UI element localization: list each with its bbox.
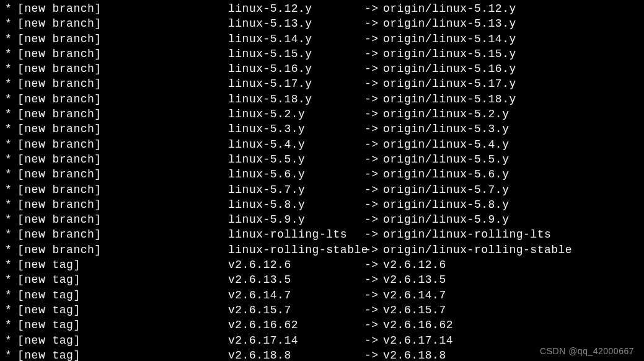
line-source: linux-5.18.y (228, 92, 364, 107)
line-source: linux-rolling-stable (228, 243, 364, 257)
arrow-icon: -> (364, 288, 383, 303)
line-status: [new tag] (17, 318, 228, 332)
line-source: linux-5.2.y (228, 107, 364, 122)
arrow-icon: -> (364, 318, 383, 332)
line-asterisk: * (5, 16, 17, 31)
line-status: [new tag] (17, 257, 228, 272)
line-source: v2.6.15.7 (228, 303, 364, 318)
line-source: linux-5.4.y (228, 137, 364, 152)
watermark-text: CSDN @qq_42000667 (540, 345, 634, 357)
line-target: origin/linux-5.17.y (383, 76, 516, 91)
line-asterisk: * (5, 32, 17, 47)
line-asterisk: * (5, 197, 17, 212)
arrow-icon: -> (364, 212, 383, 227)
terminal-line: *[new branch]linux-5.4.y->origin/linux-5… (5, 137, 639, 152)
line-status: [new branch] (17, 76, 228, 91)
arrow-icon: -> (364, 167, 383, 182)
line-target: v2.6.15.7 (383, 303, 446, 318)
arrow-icon: -> (364, 348, 383, 361)
line-asterisk: * (5, 182, 17, 197)
line-target: origin/linux-5.2.y (383, 107, 509, 122)
line-target: origin/linux-5.6.y (383, 167, 509, 182)
terminal-line: *[new tag]v2.6.14.7->v2.6.14.7 (5, 288, 639, 303)
arrow-icon: -> (364, 61, 383, 76)
terminal-line: *[new branch]linux-5.6.y->origin/linux-5… (5, 167, 639, 182)
line-target: v2.6.17.14 (383, 333, 453, 348)
line-source: linux-5.17.y (228, 76, 364, 91)
line-target: v2.6.12.6 (383, 257, 446, 272)
terminal-line: *[new branch]linux-5.5.y->origin/linux-5… (5, 152, 639, 167)
arrow-icon: -> (364, 197, 383, 212)
line-asterisk: * (5, 348, 17, 361)
arrow-icon: -> (364, 303, 383, 318)
line-target: origin/linux-5.12.y (383, 1, 516, 16)
line-asterisk: * (5, 333, 17, 348)
terminal-line: *[new tag]v2.6.16.62->v2.6.16.62 (5, 318, 639, 332)
line-source: linux-5.7.y (228, 182, 364, 197)
line-target: origin/linux-5.14.y (383, 32, 516, 47)
arrow-icon: -> (364, 182, 383, 197)
arrow-icon: -> (364, 137, 383, 152)
terminal-line: *[new branch]linux-5.16.y->origin/linux-… (5, 61, 639, 76)
line-source: linux-5.16.y (228, 61, 364, 76)
terminal-line: *[new branch]linux-5.13.y->origin/linux-… (5, 16, 639, 31)
line-source: linux-rolling-lts (228, 227, 364, 242)
line-source: v2.6.18.8 (228, 348, 364, 361)
line-asterisk: * (5, 1, 17, 16)
arrow-icon: -> (364, 107, 383, 122)
line-source: linux-5.13.y (228, 16, 364, 31)
line-target: v2.6.18.8 (383, 348, 446, 361)
line-status: [new tag] (17, 303, 228, 318)
terminal-line: *[new branch]linux-rolling-lts->origin/l… (5, 227, 639, 242)
line-asterisk: * (5, 47, 17, 61)
line-asterisk: * (5, 227, 17, 242)
arrow-icon: -> (364, 257, 383, 272)
line-source: linux-5.5.y (228, 152, 364, 167)
line-target: origin/linux-5.3.y (383, 122, 509, 136)
line-source: linux-5.9.y (228, 212, 364, 227)
line-target: origin/linux-rolling-lts (383, 227, 551, 242)
line-target: v2.6.14.7 (383, 288, 446, 303)
terminal-line: *[new branch]linux-5.14.y->origin/linux-… (5, 32, 639, 47)
line-source: linux-5.14.y (228, 32, 364, 47)
line-status: [new branch] (17, 212, 228, 227)
line-source: v2.6.13.5 (228, 272, 364, 287)
terminal-line: *[new tag]v2.6.12.6->v2.6.12.6 (5, 257, 639, 272)
arrow-icon: -> (364, 122, 383, 136)
line-status: [new tag] (17, 348, 228, 361)
line-target: origin/linux-5.18.y (383, 92, 516, 107)
line-asterisk: * (5, 152, 17, 167)
terminal-line: *[new branch]linux-5.18.y->origin/linux-… (5, 92, 639, 107)
line-target: origin/linux-5.4.y (383, 137, 509, 152)
terminal-line: *[new branch]linux-5.3.y->origin/linux-5… (5, 122, 639, 136)
arrow-icon: -> (364, 243, 383, 257)
line-asterisk: * (5, 288, 17, 303)
arrow-icon: -> (364, 16, 383, 31)
line-status: [new branch] (17, 32, 228, 47)
line-source: v2.6.17.14 (228, 333, 364, 348)
terminal-line: *[new tag]v2.6.13.5->v2.6.13.5 (5, 272, 639, 287)
line-asterisk: * (5, 303, 17, 318)
line-target: origin/linux-5.9.y (383, 212, 509, 227)
arrow-icon: -> (364, 76, 383, 91)
arrow-icon: -> (364, 152, 383, 167)
line-source: v2.6.12.6 (228, 257, 364, 272)
terminal-line: *[new branch]linux-5.17.y->origin/linux-… (5, 76, 639, 91)
line-asterisk: * (5, 257, 17, 272)
terminal-line: *[new branch]linux-5.9.y->origin/linux-5… (5, 212, 639, 227)
line-asterisk: * (5, 167, 17, 182)
line-source: linux-5.12.y (228, 1, 364, 16)
line-target: origin/linux-5.13.y (383, 16, 516, 31)
line-target: origin/linux-5.7.y (383, 182, 509, 197)
line-status: [new branch] (17, 107, 228, 122)
line-asterisk: * (5, 122, 17, 136)
line-asterisk: * (5, 76, 17, 91)
line-asterisk: * (5, 107, 17, 122)
line-target: origin/linux-rolling-stable (383, 243, 572, 257)
line-asterisk: * (5, 92, 17, 107)
line-asterisk: * (5, 61, 17, 76)
terminal-line: *[new tag]v2.6.15.7->v2.6.15.7 (5, 303, 639, 318)
line-status: [new branch] (17, 122, 228, 136)
line-asterisk: * (5, 137, 17, 152)
terminal-line: *[new branch]linux-5.8.y->origin/linux-5… (5, 197, 639, 212)
